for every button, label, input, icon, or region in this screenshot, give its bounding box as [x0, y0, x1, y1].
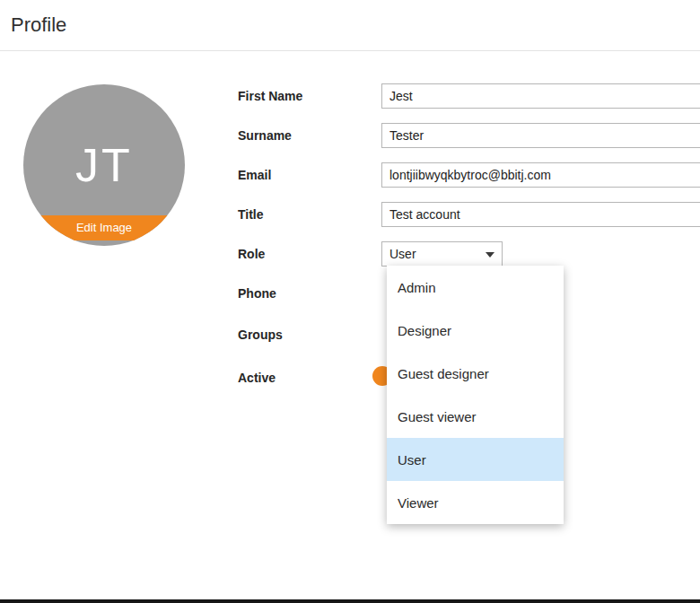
- first-name-input[interactable]: [381, 83, 700, 109]
- groups-label: Groups: [238, 328, 381, 342]
- phone-label: Phone: [238, 286, 381, 301]
- page-title: Profile: [11, 13, 66, 37]
- role-select-value: User: [389, 247, 416, 261]
- title-label: Title: [238, 207, 381, 222]
- email-label: Email: [238, 168, 381, 182]
- role-option-guest-viewer[interactable]: Guest viewer: [387, 395, 564, 438]
- email-input[interactable]: [381, 162, 700, 188]
- role-option-admin[interactable]: Admin: [387, 266, 564, 309]
- role-label: Role: [238, 247, 381, 261]
- dropdown-caret-icon: [486, 252, 494, 258]
- form-row-surname: Surname: [238, 116, 700, 155]
- form-row-title: Title: [238, 195, 700, 234]
- active-label: Active: [238, 371, 381, 385]
- edit-image-button[interactable]: Edit Image: [23, 215, 185, 240]
- first-name-label: First Name: [238, 89, 381, 103]
- role-option-designer[interactable]: Designer: [387, 309, 564, 352]
- bottom-divider: [0, 599, 700, 603]
- avatar-initials: JT: [75, 138, 133, 192]
- role-option-user[interactable]: User: [387, 438, 564, 481]
- role-option-viewer[interactable]: Viewer: [387, 481, 564, 524]
- form-row-first-name: First Name: [238, 76, 700, 116]
- avatar: JT Edit Image: [23, 84, 185, 246]
- surname-input[interactable]: [381, 123, 700, 148]
- form-row-email: Email: [238, 155, 700, 195]
- profile-page: Profile JT Edit Image First Name Surname…: [0, 0, 700, 603]
- title-input[interactable]: [381, 202, 700, 227]
- role-option-guest-designer[interactable]: Guest designer: [387, 352, 564, 395]
- page-header: Profile: [0, 0, 700, 51]
- role-select[interactable]: User: [381, 241, 503, 267]
- role-dropdown-menu: Admin Designer Guest designer Guest view…: [387, 266, 564, 524]
- surname-label: Surname: [238, 128, 381, 143]
